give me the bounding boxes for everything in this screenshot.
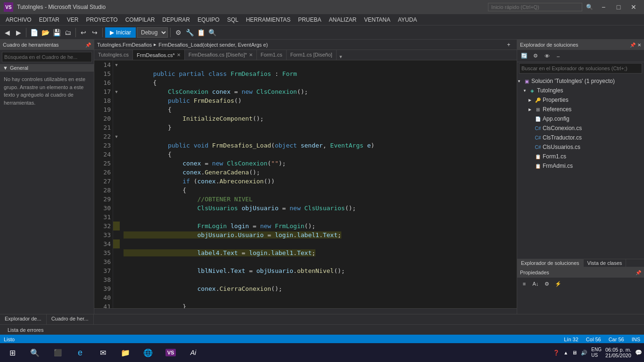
run-button[interactable]: ▶ Iniciar [105, 27, 136, 38]
props-categorized[interactable]: ≡ [519, 279, 529, 289]
menu-ayuda[interactable]: AYUDA [394, 14, 421, 25]
menu-equipo[interactable]: EQUIPO [194, 14, 223, 25]
tree-cls-traductor[interactable]: ▶ C# ClsTraductor.cs [517, 133, 644, 142]
tree-frm-admi[interactable]: ▶ 📋 FrmAdmi.cs [517, 161, 644, 171]
toolbox-group-header[interactable]: ▼ General [0, 64, 94, 72]
properties-pin[interactable]: 📌 [636, 270, 641, 275]
solution-pin[interactable]: 📌 [630, 42, 636, 48]
tree-cls-usuarios[interactable]: ▶ C# ClsUsuarios.cs [517, 142, 644, 152]
project-icon: ◈ [528, 87, 536, 94]
debug-config-select[interactable]: Debug [137, 27, 168, 38]
tree-project[interactable]: ▼ ◈ TutoIngles [517, 86, 644, 95]
solution-search-input[interactable] [519, 63, 642, 74]
tab-frmdesafios[interactable]: FrmDesafios.cs* ✕ [133, 50, 185, 60]
toolbar-redo[interactable]: ↪ [90, 27, 100, 38]
solution-show-all[interactable]: 👁 [542, 51, 552, 61]
taskbar-notifications[interactable]: 💬 [635, 349, 642, 356]
taskbar-lang[interactable]: ENG US [591, 347, 602, 358]
close-button[interactable]: ✕ [627, 2, 640, 12]
tab-toolbox-panel[interactable]: Cuadro de her... [47, 314, 94, 324]
status-bar: Listo Lín 32 Col 56 Car 56 INS [0, 335, 644, 344]
taskbar-network[interactable]: 🖥 [572, 350, 577, 355]
toolbar-extra-1[interactable]: ⚙ [173, 27, 183, 38]
toolbar-undo[interactable]: ↩ [78, 27, 89, 38]
props-properties[interactable]: ⚙ [542, 279, 552, 289]
minimize-button[interactable]: − [597, 2, 610, 12]
toolbar-save[interactable]: 💾 [51, 27, 62, 38]
taskbar-chevron[interactable]: ▲ [563, 350, 568, 355]
tab-solution-panel[interactable]: Explorador de... [0, 314, 47, 324]
tree-app-config-label: App.config [543, 115, 570, 122]
path-method[interactable]: FrmDesafios_Load(object sender, EventArg… [158, 42, 268, 48]
toolbar-back[interactable]: ◀ [2, 27, 12, 38]
menu-herramientas[interactable]: HERRAMIENTAS [242, 14, 294, 25]
solution-explorer-header: Explorador de soluciones 📌 ✕ [517, 40, 644, 50]
toolbar-extra-3[interactable]: 📋 [196, 27, 206, 38]
properties-panel: Propiedades 📌 ≡ A↓ ⚙ ⚡ [517, 267, 644, 314]
taskbar-chrome[interactable]: 🌐 [138, 344, 158, 362]
toolbar-extra-4[interactable]: 🔍 [207, 27, 217, 38]
taskbar-view[interactable]: ⬛ [47, 344, 68, 362]
tree-solution[interactable]: ▼ ▣ Solución 'TutoIngles' (1 proyecto) [517, 76, 644, 86]
menu-proyecto[interactable]: PROYECTO [83, 14, 122, 25]
props-events[interactable]: ⚡ [553, 279, 563, 289]
props-alphabetical[interactable]: A↓ [530, 279, 541, 289]
tab-error-list[interactable]: Lista de errores [3, 326, 48, 334]
taskbar-mail[interactable]: ✉ [92, 344, 113, 362]
tab-form1-design[interactable]: Form1.cs [Diseño] [287, 50, 337, 60]
tree-references[interactable]: ▶ ⊞ References [517, 105, 644, 114]
tree-app-config[interactable]: ▶ 📄 App.config [517, 114, 644, 123]
toolbar-extra-2[interactable]: 🔧 [184, 27, 195, 38]
toolbar-forward[interactable]: ▶ [13, 27, 24, 38]
toolbox-pin[interactable]: 📌 [85, 42, 91, 48]
tab-solution-explorer[interactable]: Explorador de soluciones [517, 259, 584, 267]
path-namespace[interactable]: TutoIngles.FrmDesafios [97, 42, 152, 48]
tree-properties[interactable]: ▶ 🔑 Properties [517, 95, 644, 105]
taskbar-help[interactable]: ❓ [553, 350, 560, 356]
tab-overflow[interactable]: ▾ [337, 54, 345, 60]
solution-properties[interactable]: ⚙ [530, 51, 541, 61]
start-button[interactable]: ⊞ [2, 344, 23, 362]
menu-ver[interactable]: VER [63, 14, 83, 25]
taskbar-clock[interactable]: 06:05 p. m. 21/05/2020 [605, 347, 631, 358]
menu-ventana[interactable]: VENTANA [360, 14, 394, 25]
toolbox-search-input[interactable] [2, 52, 92, 62]
menu-compilar[interactable]: COMPILAR [122, 14, 159, 25]
taskbar-ai[interactable]: Ai [183, 344, 204, 362]
solution-close[interactable]: ✕ [637, 42, 641, 48]
menu-depurar[interactable]: DEPURAR [158, 14, 194, 25]
toolbar-new[interactable]: 📄 [29, 27, 39, 38]
toolbar-save-all[interactable]: 🗂 [63, 27, 73, 38]
properties-title: Propiedades [520, 270, 549, 275]
toolbar-open[interactable]: 📂 [40, 27, 50, 38]
search-icon[interactable]: 🔍 [586, 4, 593, 10]
menu-prueba[interactable]: PRUEBA [294, 14, 325, 25]
tree-form1[interactable]: ▶ 📋 Form1.cs [517, 152, 644, 161]
taskbar-search[interactable]: 🔍 [25, 344, 45, 362]
menu-archivo[interactable]: ARCHIVO [2, 14, 35, 25]
code-content[interactable]: public partial class FrmDesafios : Form … [120, 60, 517, 308]
taskbar-volume[interactable]: 🔊 [581, 350, 587, 356]
tab-frmdesafios-design[interactable]: FrmDesafios.cs [Diseño]* ✕ [185, 50, 257, 60]
restore-button[interactable]: □ [612, 2, 625, 12]
taskbar-vs[interactable]: VS [160, 344, 181, 362]
tree-cls-conexion-label: ClsConexion.cs [543, 125, 582, 132]
tab-form1[interactable]: Form1.cs [257, 50, 287, 60]
taskbar-edge[interactable]: e [70, 344, 91, 362]
solution-toolbar: 🔄 ⚙ 👁 – [517, 50, 644, 62]
menu-sql[interactable]: SQL [223, 14, 242, 25]
hscroll[interactable] [94, 308, 517, 314]
quick-launch-input[interactable] [488, 3, 582, 11]
tab-tutoinlges[interactable]: TutoIngles.cs [94, 50, 133, 60]
solution-sync[interactable]: 🔄 [519, 51, 529, 61]
taskbar-explorer[interactable]: 📁 [115, 344, 136, 362]
solution-collapse[interactable]: – [553, 51, 563, 61]
menu-analizar[interactable]: ANALIZAR [325, 14, 361, 25]
tab-close[interactable]: ✕ [177, 52, 181, 58]
tab-class-view[interactable]: Vista de clases [584, 259, 627, 267]
code-editor[interactable]: 1415161718 1920212223 2425262728 2930313… [94, 60, 517, 308]
tab-close[interactable]: ✕ [249, 52, 253, 58]
menu-editar[interactable]: EDITAR [35, 14, 63, 25]
path-bar-expand[interactable]: + [504, 40, 514, 50]
tree-cls-conexion[interactable]: ▶ C# ClsConexion.cs [517, 123, 644, 133]
